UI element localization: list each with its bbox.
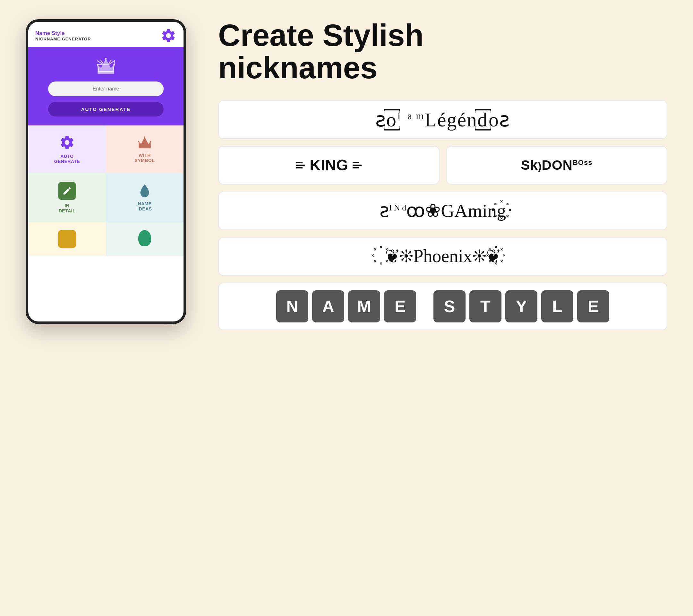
svg-point-4 bbox=[100, 67, 101, 68]
namestyle-blocks: N A M E S T Y L E bbox=[276, 290, 609, 322]
bar1 bbox=[296, 162, 302, 163]
tagline-line1: Create Stylish bbox=[218, 19, 667, 52]
settings-icon[interactable] bbox=[160, 27, 176, 44]
legend-text: ꙅo꙱i a mLégénd꙱oꙅ bbox=[375, 108, 510, 131]
bottom-grid-partial bbox=[28, 222, 183, 256]
gaming-text: ꙅI N dꝏ❀GAming꙰ bbox=[379, 200, 506, 222]
grid-item-with-symbol[interactable]: WITHSYMBOL bbox=[106, 125, 183, 173]
skoldon-text: Sk)DONBOss bbox=[521, 158, 593, 173]
card-row-2: KING Sk)DONBOss bbox=[218, 146, 667, 184]
ns-block-t: T bbox=[469, 290, 501, 322]
svg-point-2 bbox=[105, 58, 106, 59]
king-bars-left bbox=[296, 162, 305, 168]
ns-block-n: N bbox=[276, 290, 308, 322]
svg-rect-0 bbox=[98, 71, 114, 74]
grid-item-in-detail[interactable]: INDETAIL bbox=[28, 173, 106, 222]
svg-point-5 bbox=[111, 67, 111, 68]
gear-purple-icon bbox=[59, 135, 75, 151]
phone-header: Name Style NICKNAME GENERATOR bbox=[28, 22, 183, 47]
svg-point-3 bbox=[113, 64, 115, 65]
partial-cell-1[interactable] bbox=[28, 222, 106, 256]
ns-block-a: A bbox=[312, 290, 344, 322]
svg-point-7 bbox=[138, 141, 139, 142]
pencil-box bbox=[58, 182, 76, 200]
bar3 bbox=[296, 167, 302, 168]
auto-generate-button[interactable]: AUTO GENERATE bbox=[48, 102, 164, 117]
bar4 bbox=[353, 162, 359, 163]
name-input[interactable] bbox=[48, 81, 164, 96]
ns-block-y: Y bbox=[505, 290, 537, 322]
bar6 bbox=[353, 167, 359, 168]
grid-item-name-ideas[interactable]: NAMEIDEAS bbox=[106, 173, 183, 222]
app-subtitle: NICKNAME GENERATOR bbox=[35, 37, 91, 41]
ns-space bbox=[420, 290, 430, 322]
card-skoldon: Sk)DONBOss bbox=[446, 146, 667, 184]
ns-block-e2: E bbox=[577, 290, 609, 322]
pencil-icon bbox=[62, 186, 72, 196]
king-word: KING bbox=[310, 156, 348, 174]
phone-mockup: Name Style NICKNAME GENERATOR bbox=[26, 19, 193, 324]
name-ideas-label: NAMEIDEAS bbox=[137, 201, 152, 212]
bar2 bbox=[296, 164, 305, 166]
feature-grid: AUTOGENERATE WITHSYMBOL bbox=[28, 125, 183, 222]
card-namestyle: N A M E S T Y L E bbox=[218, 283, 667, 330]
svg-point-8 bbox=[144, 136, 145, 138]
phoenix-text: ꙰❦❊Phoeniх❊❦꙰ bbox=[385, 246, 500, 266]
grid-item-auto-generate[interactable]: AUTOGENERATE bbox=[28, 125, 106, 173]
svg-point-1 bbox=[97, 64, 99, 65]
app-title-group: Name Style NICKNAME GENERATOR bbox=[35, 30, 91, 41]
drop-icon bbox=[139, 184, 151, 198]
svg-rect-6 bbox=[139, 146, 151, 148]
partial-cell-2[interactable] bbox=[106, 222, 183, 256]
king-bars-right bbox=[353, 162, 361, 168]
card-legend: ꙅo꙱i a mLégénd꙱oꙅ bbox=[218, 100, 667, 139]
card-phoenix: ꙰❦❊Phoeniх❊❦꙰ bbox=[218, 237, 667, 276]
bar5 bbox=[353, 164, 361, 166]
phone-frame: Name Style NICKNAME GENERATOR bbox=[26, 19, 186, 324]
in-detail-label: INDETAIL bbox=[59, 203, 76, 213]
tagline: Create Stylish nicknames bbox=[218, 19, 667, 84]
with-symbol-label: WITHSYMBOL bbox=[135, 153, 155, 163]
card-gaming: ꙅI N dꝏ❀GAming꙰ bbox=[218, 192, 667, 230]
ns-block-e: E bbox=[384, 290, 416, 322]
hero-section: AUTO GENERATE bbox=[28, 47, 183, 125]
app-name: Name Style bbox=[35, 30, 91, 37]
tagline-line2: nicknames bbox=[218, 52, 667, 84]
svg-point-9 bbox=[150, 141, 152, 142]
promo-panel: Create Stylish nicknames ꙅo꙱i a mLégénd꙱… bbox=[193, 19, 667, 330]
card-king: KING bbox=[218, 146, 439, 184]
crown-icon bbox=[95, 57, 117, 76]
auto-generate-label: AUTOGENERATE bbox=[54, 154, 80, 164]
ns-block-s: S bbox=[433, 290, 466, 322]
ns-block-m: M bbox=[348, 290, 380, 322]
name-cards-list: ꙅo꙱i a mLégénd꙱oꙅ KING bbox=[218, 100, 667, 330]
ns-block-l: L bbox=[541, 290, 573, 322]
king-text: KING bbox=[296, 156, 361, 174]
crown-pink-icon bbox=[137, 135, 153, 150]
